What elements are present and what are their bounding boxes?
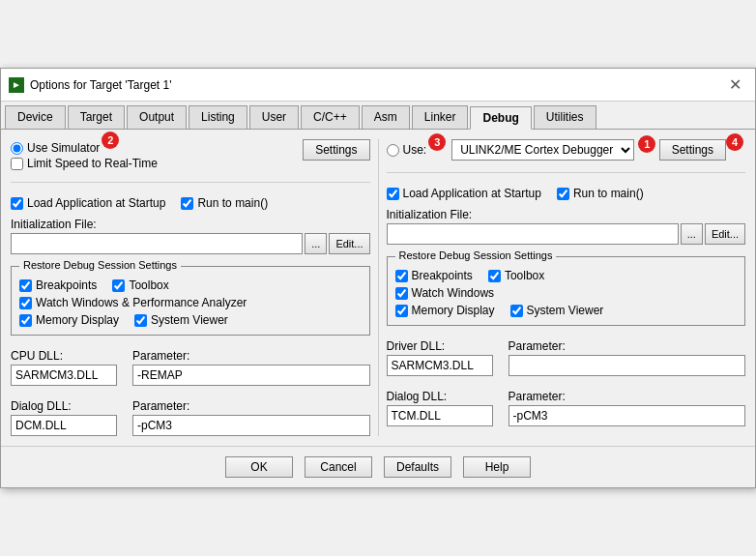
left-toolbox-label: Toolbox xyxy=(129,278,168,292)
tab-output[interactable]: Output xyxy=(127,105,187,129)
tab-target[interactable]: Target xyxy=(68,105,125,129)
left-sysviewer-label: System Viewer xyxy=(151,313,228,327)
tab-asm[interactable]: Asm xyxy=(362,105,410,129)
left-sysviewer-checkbox[interactable] xyxy=(134,314,147,327)
simulator-radio-row: Use Simulator 2 xyxy=(11,139,158,157)
help-button[interactable]: Help xyxy=(463,456,531,478)
tab-device[interactable]: Device xyxy=(5,105,66,129)
right-column: Use: 3 ULINK2/ME Cortex Debugger 1 Setti… xyxy=(387,139,746,436)
right-run-to-main-row: Run to main() xyxy=(557,187,644,200)
left-breakpoints-label: Breakpoints xyxy=(36,278,97,292)
left-init-file-input[interactable] xyxy=(11,233,303,254)
left-run-to-main-checkbox[interactable] xyxy=(181,197,193,210)
right-run-to-main-label: Run to main() xyxy=(573,187,644,200)
right-restore-row3: Memory Display System Viewer xyxy=(395,304,738,317)
left-memory-label: Memory Display xyxy=(36,313,119,327)
right-use-label: Use: xyxy=(403,143,427,157)
tab-utilities[interactable]: Utilities xyxy=(534,105,596,129)
left-browse-button[interactable]: ... xyxy=(305,233,327,254)
badge-3: 3 xyxy=(428,133,446,151)
left-init-file-row: ... Edit... xyxy=(11,233,370,254)
column-divider xyxy=(378,139,379,436)
right-toolbox-checkbox[interactable] xyxy=(488,270,501,282)
left-restore-content: Breakpoints Toolbox Watch Windows & Perf… xyxy=(19,278,362,327)
right-restore-content: Breakpoints Toolbox Watch Windows xyxy=(395,269,738,317)
right-settings-button[interactable]: Settings xyxy=(659,139,726,161)
left-watch-label: Watch Windows & Performance Analyzer xyxy=(36,296,247,309)
right-restore-row1: Breakpoints Toolbox xyxy=(395,269,738,282)
left-watch-checkbox[interactable] xyxy=(19,297,32,309)
two-column-layout: Use Simulator 2 Limit Speed to Real-Time… xyxy=(11,139,745,436)
close-button[interactable]: ✕ xyxy=(723,73,747,96)
ok-button[interactable]: OK xyxy=(225,456,293,478)
badge-1: 1 xyxy=(638,135,655,153)
right-dialog-dll-col: Dialog DLL: xyxy=(387,390,503,426)
left-settings-button[interactable]: Settings xyxy=(303,139,369,161)
right-load-app-row: Load Application at Startup xyxy=(387,187,541,200)
badge-2: 2 xyxy=(102,132,119,149)
simulator-radio[interactable] xyxy=(11,142,23,155)
title-bar: ► Options for Target 'Target 1' ✕ xyxy=(1,69,755,102)
left-dialog-param-input[interactable] xyxy=(132,415,370,436)
left-cpu-dll-input[interactable] xyxy=(11,365,117,386)
tab-user[interactable]: User xyxy=(249,105,299,129)
tab-debug[interactable]: Debug xyxy=(470,106,531,130)
left-run-to-main-label: Run to main() xyxy=(197,196,268,210)
left-dialog-param-col: Parameter: xyxy=(132,399,370,436)
right-init-file-input[interactable] xyxy=(387,223,679,245)
right-use-radio[interactable] xyxy=(387,144,399,157)
debugger-select[interactable]: ULINK2/ME Cortex Debugger xyxy=(451,139,634,161)
right-browse-button[interactable]: ... xyxy=(681,223,703,245)
badge-4: 4 xyxy=(726,133,743,151)
right-load-app-label: Load Application at Startup xyxy=(403,187,541,200)
tab-cpp[interactable]: C/C++ xyxy=(301,105,360,129)
right-driver-param-input[interactable] xyxy=(509,355,746,376)
right-driver-dll-input[interactable] xyxy=(387,355,493,376)
cancel-button[interactable]: Cancel xyxy=(305,456,372,478)
left-cpu-param-input[interactable] xyxy=(132,365,370,386)
left-toolbox-checkbox[interactable] xyxy=(112,279,125,292)
left-cpu-dll-row: CPU DLL: Parameter: xyxy=(11,349,370,386)
left-load-app-checkbox[interactable] xyxy=(11,197,23,210)
right-dialog-param-label: Parameter: xyxy=(509,390,746,403)
right-sysviewer-checkbox[interactable] xyxy=(510,305,523,317)
right-dialog-dll-input[interactable] xyxy=(387,405,493,426)
left-dialog-dll-row: Dialog DLL: Parameter: xyxy=(11,399,370,436)
left-edit-button[interactable]: Edit... xyxy=(329,233,369,254)
right-breakpoints-checkbox[interactable] xyxy=(395,270,408,282)
content-area: Use Simulator 2 Limit Speed to Real-Time… xyxy=(1,130,755,446)
right-dialog-param-input[interactable] xyxy=(509,405,746,426)
right-toolbox-label: Toolbox xyxy=(505,269,544,282)
right-edit-button[interactable]: Edit... xyxy=(705,223,745,245)
right-load-app-checkbox[interactable] xyxy=(387,188,399,200)
right-memory-label: Memory Display xyxy=(412,304,495,317)
defaults-button[interactable]: Defaults xyxy=(384,456,451,478)
left-dialog-dll-input[interactable] xyxy=(11,415,117,436)
right-dialog-param-col: Parameter: xyxy=(509,390,746,426)
right-init-file-label: Initialization File: xyxy=(387,208,746,221)
limit-speed-checkbox[interactable] xyxy=(11,158,23,170)
right-run-to-main-checkbox[interactable] xyxy=(557,188,569,200)
right-watch-checkbox[interactable] xyxy=(395,287,408,300)
left-cpu-param-label: Parameter: xyxy=(132,349,370,363)
right-memory-checkbox[interactable] xyxy=(395,305,408,317)
left-restore-title: Restore Debug Session Settings xyxy=(19,259,181,271)
right-driver-param-label: Parameter: xyxy=(509,339,746,353)
right-use-section: Use: 3 ULINK2/ME Cortex Debugger 1 xyxy=(387,139,656,161)
right-watch-row: Watch Windows xyxy=(395,286,738,300)
bottom-bar: OK Cancel Defaults Help xyxy=(1,446,755,487)
left-memory-checkbox[interactable] xyxy=(19,314,32,327)
simulator-label: Use Simulator xyxy=(27,141,100,155)
left-cpu-param-col: Parameter: xyxy=(132,349,370,386)
right-breakpoints-label: Breakpoints xyxy=(412,269,473,282)
left-cpu-dll-col: CPU DLL: xyxy=(11,349,127,386)
left-cpu-dll-label: CPU DLL: xyxy=(11,349,127,363)
tab-linker[interactable]: Linker xyxy=(412,105,469,129)
tab-listing[interactable]: Listing xyxy=(189,105,247,129)
options-window: ► Options for Target 'Target 1' ✕ Device… xyxy=(0,68,756,488)
right-dialog-dll-row: Dialog DLL: Parameter: xyxy=(387,390,746,426)
left-restore-row1: Breakpoints Toolbox xyxy=(19,278,362,292)
left-breakpoints-checkbox[interactable] xyxy=(19,279,32,292)
left-column: Use Simulator 2 Limit Speed to Real-Time… xyxy=(11,139,370,436)
left-dialog-dll-col: Dialog DLL: xyxy=(11,399,127,436)
